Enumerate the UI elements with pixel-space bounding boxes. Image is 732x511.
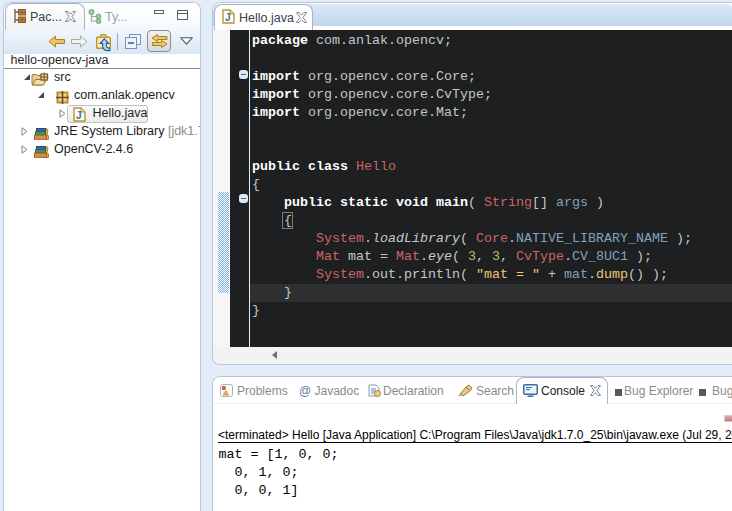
svg-text:J: J bbox=[225, 12, 231, 23]
svg-text:J: J bbox=[76, 109, 82, 120]
